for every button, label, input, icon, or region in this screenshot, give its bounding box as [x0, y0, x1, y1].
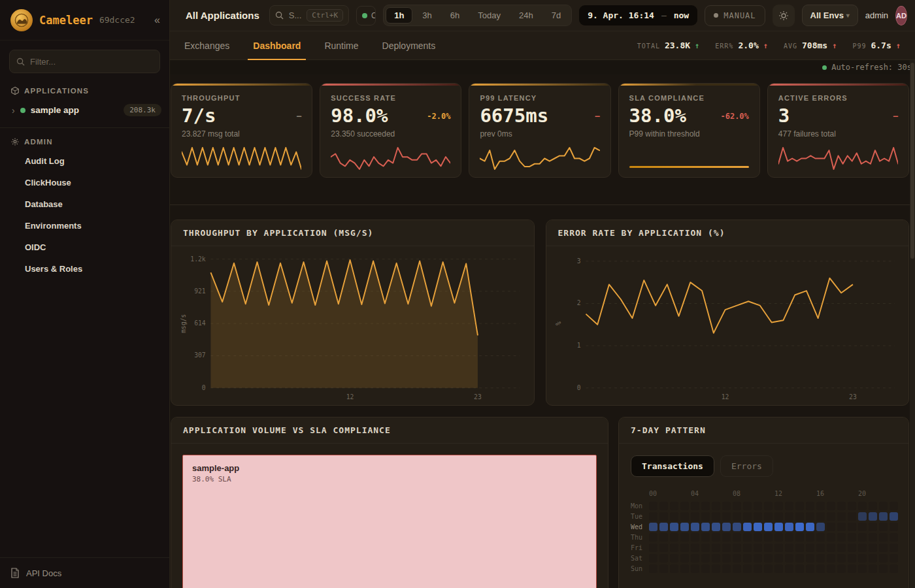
sidebar-filter-input[interactable]: Filter... — [9, 50, 160, 73]
heatmap-cell — [764, 523, 773, 531]
range-button-today[interactable]: Today — [469, 7, 509, 24]
chevron-right-icon[interactable]: › — [12, 105, 15, 116]
toggle-transactions[interactable]: Transactions — [631, 455, 714, 477]
global-search-input[interactable]: S... Ctrl+K — [269, 5, 349, 25]
kpi-delta: – — [595, 112, 599, 121]
heatmap-cell — [837, 523, 846, 531]
heatmap-cell — [785, 502, 793, 510]
sidebar-item-users-roles[interactable]: Users & Roles — [0, 258, 169, 280]
heatmap-cell — [858, 502, 867, 510]
sidebar-header: Cameleer 69dcce2 « — [0, 0, 169, 41]
range-button-7d[interactable]: 7d — [543, 7, 569, 24]
scrollbar-thumb[interactable] — [910, 63, 914, 259]
sla-progress-bar — [629, 166, 749, 168]
svg-text:614: 614 — [194, 319, 206, 327]
accent-bar — [469, 84, 610, 86]
app-root: Cameleer 69dcce2 « Filter... APPLICATION… — [0, 0, 915, 588]
sparkline-throughput — [182, 145, 301, 171]
kpi-card-success-rate: SUCCESS RATE 98.0% -2.0% 23.350 succeede… — [320, 83, 461, 178]
heatmap-cell — [649, 523, 657, 531]
heatmap-cell — [879, 512, 888, 521]
sidebar-item-environments[interactable]: Environments — [0, 215, 169, 237]
heatmap-cell — [691, 554, 699, 563]
heatmap-cell — [795, 502, 804, 510]
heatmap-cell — [680, 523, 689, 531]
brand-name: Cameleer — [39, 14, 93, 27]
avatar[interactable]: AD — [895, 6, 907, 25]
toggle-errors[interactable]: Errors — [720, 455, 773, 477]
svg-text:23: 23 — [849, 393, 857, 400]
heatmap-cell — [649, 502, 657, 510]
heatmap-cell — [659, 502, 668, 510]
svg-text:307: 307 — [194, 351, 206, 359]
svg-text:msg/s: msg/s — [180, 314, 187, 333]
sidebar: Cameleer 69dcce2 « Filter... APPLICATION… — [0, 0, 170, 588]
sidebar-item-audit-log[interactable]: Audit Log — [0, 150, 169, 172]
treemap-node-sample-app[interactable]: sample-app 38.0% SLA — [182, 455, 597, 588]
heatmap-cell — [806, 512, 814, 521]
heatmap-cell — [764, 564, 773, 573]
environment-select[interactable]: All Envs ▾ — [802, 5, 858, 26]
heatmap-cell — [649, 554, 657, 563]
gear-icon — [10, 137, 20, 146]
heatmap-cell — [785, 554, 793, 563]
range-button-6h[interactable]: 6h — [442, 7, 468, 24]
online-status-pill[interactable]: O — [356, 6, 376, 25]
sidebar-item-clickhouse[interactable]: ClickHouse — [0, 172, 169, 193]
heatmap-cell — [890, 544, 898, 552]
heatmap-cell — [701, 533, 710, 542]
heatmap-cell — [848, 564, 856, 573]
heatmap-cell — [774, 523, 783, 531]
heatmap-cell — [869, 523, 877, 531]
chart-card-throughput-by-application: THROUGHPUT BY APPLICATION (MSG/S) 030761… — [171, 220, 535, 406]
tab-exchanges[interactable]: Exchanges — [184, 31, 229, 59]
heatmap-cell — [837, 502, 846, 510]
manual-refresh-button[interactable]: MANUAL — [705, 5, 765, 26]
svg-text:0: 0 — [576, 384, 580, 391]
sidebar-item-oidc[interactable]: OIDC — [0, 237, 169, 258]
heatmap-cell — [754, 502, 762, 510]
kpi-subtext: 23.827 msg total — [182, 129, 301, 139]
heatmap-cell — [879, 523, 888, 531]
heatmap-cell — [680, 554, 689, 563]
sidebar-item-api-docs[interactable]: API Docs — [0, 557, 169, 588]
heatmap-cell — [712, 512, 720, 521]
applications-section-label: APPLICATIONS — [0, 77, 169, 99]
svg-text:1.2k: 1.2k — [190, 255, 206, 263]
heatmap-cell — [837, 554, 846, 563]
kpi-delta: – — [893, 112, 898, 121]
search-placeholder: S... — [289, 10, 302, 20]
error-rate-chart: 01231223% — [546, 246, 909, 406]
sidebar-spacer — [0, 280, 169, 557]
sidebar-collapse-button[interactable]: « — [154, 14, 160, 26]
theme-toggle-button[interactable] — [773, 5, 795, 27]
tab-dashboard[interactable]: Dashboard — [253, 31, 301, 59]
heatmap-cell — [827, 523, 835, 531]
heatmap-cell — [733, 512, 741, 521]
kpi-delta: -62.0% — [720, 112, 748, 121]
document-icon — [10, 568, 20, 578]
heatmap-cell — [701, 502, 710, 510]
tab-runtime[interactable]: Runtime — [324, 31, 358, 59]
range-button-3h[interactable]: 3h — [414, 7, 440, 24]
up-arrow-icon: ↑ — [695, 41, 699, 50]
heatmap-cell — [754, 523, 762, 531]
heatmap-cell — [774, 512, 783, 521]
heatmap-cell — [879, 533, 888, 542]
datetime-range-pill[interactable]: 9. Apr. 16:14 – now — [579, 5, 697, 25]
tab-deployments[interactable]: Deployments — [382, 31, 436, 59]
heatmap-cell — [712, 533, 720, 542]
heatmap-cell — [712, 523, 720, 531]
sidebar-item-database[interactable]: Database — [0, 193, 169, 215]
heatmap-cell — [743, 523, 752, 531]
range-button-24h[interactable]: 24h — [510, 7, 542, 24]
stat-total: TOTAL 23.8K ↑ — [637, 41, 699, 50]
heatmap-cell — [837, 544, 846, 552]
range-button-1h[interactable]: 1h — [386, 7, 412, 24]
heatmap-cell — [806, 554, 814, 563]
svg-text:2: 2 — [576, 299, 580, 306]
datetime-start: 9. Apr. 16:14 — [588, 10, 654, 20]
vertical-scrollbar[interactable] — [910, 60, 915, 588]
sidebar-item-sample-app[interactable]: › sample app 208.3k — [0, 99, 169, 121]
kpi-value: 3 — [778, 106, 790, 125]
